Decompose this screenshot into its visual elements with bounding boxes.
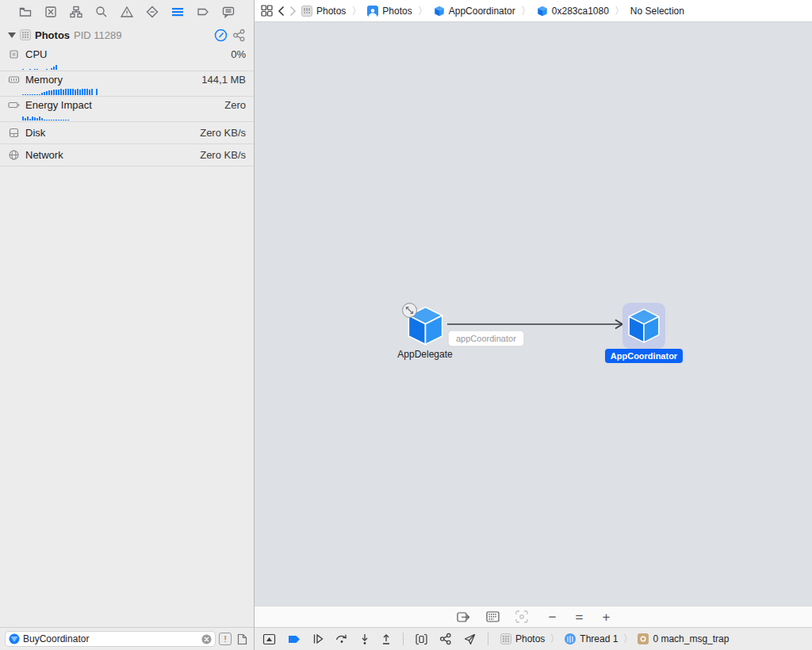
report-navigator-icon[interactable] [222,6,236,19]
clear-filter-icon[interactable] [201,634,212,644]
gauge-label: Energy Impact [25,99,92,111]
stack-frame-icon [638,633,649,644]
energy-gauge-row[interactable]: Energy Impact Zero [0,97,254,122]
memory-graph-debugger-icon[interactable] [439,633,452,645]
breadcrumb-separator: 〉 [614,4,626,18]
memory-inspector-icon[interactable] [486,611,500,622]
energy-sparkline [8,113,246,120]
breakpoints-toggle-icon[interactable] [288,634,301,644]
debug-crumb-label: Thread 1 [580,633,618,644]
breadcrumb-instance[interactable]: 0x283ca1080 [537,6,609,17]
focus-selection-icon[interactable] [515,610,528,623]
breadcrumb-project[interactable]: Photos [301,6,346,17]
memory-graph-view-icon[interactable] [232,28,246,42]
issue-navigator-icon[interactable] [121,6,134,19]
canvas-toolbar: − = + [255,606,812,627]
appcoordinator-node[interactable] [622,303,665,349]
appcoordinator-cube-icon [627,308,661,344]
breakpoint-navigator-icon[interactable] [197,6,210,19]
zoom-out-button[interactable]: − [549,610,557,624]
memory-graph-canvas[interactable]: AppDelegate appCoordinator AppCoordinato… [255,22,812,606]
filter-field[interactable]: BuyCoordinator [5,631,216,647]
debug-breadcrumb: Photos 〉 Thread 1 〉 0 mach_msg_trap [500,632,729,646]
related-items-icon[interactable] [261,5,273,17]
zoom-in-button[interactable]: + [602,610,610,624]
memory-gauge-row[interactable]: Memory 144,1 MB [0,71,254,97]
debug-crumb-label: Photos [515,633,545,644]
disclosure-triangle-icon[interactable] [8,32,16,38]
breadcrumb-separator: 〉 [417,4,429,18]
breadcrumb-separator: 〉 [549,632,561,646]
gauges-view-icon[interactable] [213,28,228,42]
breadcrumb-label: AppCoordinator [449,6,515,17]
app-grid-icon [500,633,511,644]
project-navigator-icon[interactable] [19,6,33,19]
breadcrumb-class[interactable]: AppCoordinator [434,6,515,17]
cpu-sparkline [8,63,246,70]
breadcrumb-label: 0x283ca1080 [552,6,609,17]
breadcrumb-separator: 〉 [350,4,362,18]
disk-gauge-row[interactable]: Disk Zero KB/s [0,122,254,144]
network-gauge-row[interactable]: Network Zero KB/s [0,144,254,166]
find-navigator-icon[interactable] [95,6,109,19]
cube-icon [537,6,548,17]
jump-to-instance-icon[interactable] [457,611,470,623]
gauge-value: 0% [231,48,246,60]
breadcrumb-separator: 〉 [622,632,634,646]
view-hierarchy-icon[interactable] [416,633,427,645]
navigator-tab-bar [0,0,254,24]
debug-crumb-frame[interactable]: 0 mach_msg_trap [638,633,729,644]
workspace-filter-button[interactable] [235,632,249,646]
debug-gauges: CPU 0% Memory 144,1 MB Energy Impact Zer… [0,46,254,166]
step-into-icon[interactable] [360,633,370,645]
filter-icon [9,633,20,644]
breadcrumb-selection[interactable]: No Selection [630,6,684,17]
debug-navigator-icon[interactable] [171,6,185,19]
debug-bar: Photos 〉 Thread 1 〉 0 mach_msg_trap [255,627,812,650]
breadcrumb-label: Photos [382,6,412,17]
cube-icon [434,6,445,17]
person-icon [367,6,378,17]
app-icon [20,29,31,40]
debug-crumb-process[interactable]: Photos [500,633,545,644]
filter-input[interactable]: BuyCoordinator [23,633,198,644]
back-button-icon[interactable] [278,6,285,17]
network-icon [8,149,20,161]
step-over-icon[interactable] [335,633,348,644]
forward-button-icon[interactable] [289,6,297,17]
symbol-navigator-icon[interactable] [70,6,83,19]
debug-navigator: Photos PID 11289 CPU 0% [0,0,255,650]
pause-execution-icon[interactable] [312,633,324,644]
cpu-icon [8,48,20,60]
appdelegate-node-label[interactable]: AppDelegate [373,349,477,360]
simulate-location-icon[interactable] [464,633,476,645]
gauge-value: Zero KB/s [200,149,246,161]
toggle-debug-area-icon[interactable] [262,633,276,645]
gauge-label: CPU [25,48,47,60]
editor-area: Photos 〉 Photos 〉 AppCoordinator 〉 0x283… [255,0,812,650]
zoom-actual-button[interactable]: = [576,610,584,624]
memory-icon [8,74,20,86]
navigator-filter-bar: BuyCoordinator ! [0,627,254,650]
battery-icon [8,99,20,111]
gauge-label: Memory [25,74,63,86]
process-row[interactable]: Photos PID 11289 [0,24,254,46]
appcoordinator-node-label[interactable]: AppCoordinator [605,349,683,363]
cpu-gauge-row[interactable]: CPU 0% [0,46,254,71]
debug-crumb-label: 0 mach_msg_trap [653,633,729,644]
process-name: Photos [35,29,70,41]
gauge-label: Network [25,149,63,161]
step-out-icon[interactable] [381,633,391,645]
breadcrumb-target[interactable]: Photos [367,6,412,17]
reference-arrow [447,319,626,330]
debug-crumb-thread[interactable]: Thread 1 [565,633,618,644]
reference-name-pill[interactable]: appCoordinator [448,331,524,346]
breadcrumb-label: No Selection [630,6,684,17]
breadcrumb-separator: 〉 [520,4,532,18]
test-navigator-icon[interactable] [146,6,159,19]
disk-icon [8,127,20,139]
expand-references-badge[interactable] [402,303,417,318]
show-leaks-button[interactable]: ! [219,633,232,645]
source-control-navigator-icon[interactable] [44,6,58,19]
jump-bar: Photos 〉 Photos 〉 AppCoordinator 〉 0x283… [255,0,812,22]
